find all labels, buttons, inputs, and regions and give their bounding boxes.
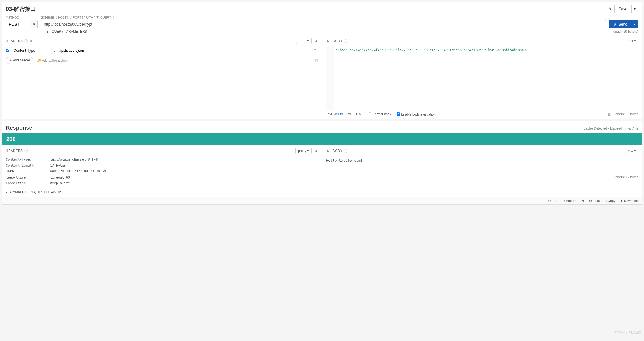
- add-authorization-link[interactable]: 🔑 Add authorization: [37, 59, 68, 62]
- body-title: BODY: [333, 39, 343, 43]
- query-parameters-toggle[interactable]: ▶ QUERY PARAMETERS: [47, 30, 87, 33]
- header-enabled-checkbox[interactable]: [6, 49, 9, 52]
- response-header-row: Keep-Alive:timeout=60: [6, 175, 318, 181]
- help-icon[interactable]: ?: [344, 149, 347, 153]
- body-content[interactable]: 5ab3ce1502c40c276074f400aee0be0f6279d6a8…: [334, 47, 638, 110]
- chevron-right-icon: ▶: [6, 191, 8, 194]
- send-button[interactable]: ✈ Send: [609, 20, 631, 28]
- body-length: length: 96 bytes: [615, 112, 638, 116]
- format-xml[interactable]: XML: [345, 112, 352, 116]
- format-text[interactable]: Text: [326, 112, 332, 116]
- resp-headers-mode-select[interactable]: pretty ▾: [295, 148, 311, 154]
- method-label: METHOD: [6, 16, 38, 19]
- response-header-row: Connection:keep-alive: [6, 180, 318, 187]
- scroll-bottom-button[interactable]: ⊙ Bottom: [562, 199, 576, 203]
- response-meta: Cache Detected - Elapsed Time: 7ms: [583, 127, 638, 130]
- request-title: 03-解密接口: [6, 5, 609, 13]
- response-title: Response: [6, 125, 32, 131]
- response-header-list: Content-Type:text/plain;charset=UTF-8Con…: [6, 157, 318, 187]
- request-card: 03-解密接口 ✎ Save ▾ METHOD ▾ SCHEME :// HOS…: [2, 2, 642, 119]
- method-select[interactable]: [6, 20, 31, 28]
- format-body-button[interactable]: ☰ Format body: [369, 112, 391, 116]
- line-number: 1: [326, 47, 334, 110]
- response-body-panel: ▶ BODY ? raw ▾ Hello Cxy965.com! length:…: [322, 145, 642, 197]
- resp-body-mode-select[interactable]: raw ▾: [625, 148, 638, 154]
- copy-button[interactable]: ⎘ Copy: [605, 199, 615, 203]
- url-label: SCHEME :// HOST [ ":" PORT ] [ PATH [ "?…: [41, 16, 606, 19]
- sort-icon[interactable]: ⇅: [30, 39, 32, 43]
- collapse-right-icon[interactable]: ▶: [326, 40, 331, 43]
- response-body-content: Hello Cxy965.com!: [326, 157, 638, 164]
- response-header-row: Content-Length:17 bytes: [6, 163, 318, 169]
- download-button[interactable]: ⬇ Download: [620, 199, 639, 203]
- help-icon[interactable]: ?: [24, 149, 28, 153]
- add-header-button[interactable]: ＋ Add header: [6, 57, 33, 64]
- headers-title: HEADERS: [6, 39, 23, 43]
- collapse-right-icon[interactable]: ▶: [326, 149, 331, 153]
- method-dropdown-icon[interactable]: ▾: [31, 20, 38, 28]
- resp-headers-title: HEADERS: [6, 149, 23, 153]
- send-button-group: ✈ Send ▾: [609, 20, 638, 28]
- edit-icon[interactable]: ✎: [609, 7, 612, 11]
- format-json[interactable]: JSON: [334, 112, 343, 116]
- header-value-input[interactable]: [57, 47, 310, 54]
- format-html[interactable]: HTML: [354, 112, 363, 116]
- url-length: length: 29 byte(s): [613, 30, 638, 33]
- request-body-panel: ▶ BODY ? Text ▾ 1 5ab3ce1502c40c276074f4…: [322, 35, 642, 119]
- resp-body-title: BODY: [333, 149, 343, 153]
- save-button[interactable]: Save: [614, 5, 631, 13]
- response-headers-panel: HEADERS ? pretty ▾ ◀ Content-Type:text/p…: [2, 145, 322, 197]
- method-column: METHOD ▾: [6, 16, 38, 28]
- send-dropdown[interactable]: ▾: [631, 20, 638, 28]
- enable-eval-checkbox[interactable]: Enable body evaluation: [397, 112, 436, 116]
- url-column: SCHEME :// HOST [ ":" PORT ] [ PATH [ "?…: [41, 16, 606, 28]
- response-footer: ⊙ Top ⊙ Bottom 🗗 2Request ⎘ Copy ⬇ Downl…: [2, 197, 642, 204]
- clear-headers-icon[interactable]: 🗑: [315, 58, 318, 62]
- body-mode-select[interactable]: Text ▾: [625, 38, 638, 44]
- header-row: : ✕: [6, 47, 318, 54]
- response-header-row: Date:Wed, 20 Jul 2022 08:23:30 GMT: [6, 169, 318, 175]
- help-icon[interactable]: ?: [24, 39, 28, 43]
- response-card: Response Cache Detected - Elapsed Time: …: [2, 121, 642, 205]
- response-header-row: Content-Type:text/plain;charset=UTF-8: [6, 157, 318, 163]
- trash-body-icon[interactable]: 🗑: [608, 112, 611, 116]
- header-name-input[interactable]: [11, 47, 52, 54]
- body-editor[interactable]: 1 5ab3ce1502c40c276074f400aee0be0f6279d6…: [326, 47, 638, 110]
- url-input[interactable]: [41, 20, 606, 28]
- request-headers-panel: HEADERS ? ⇅ Form ▾ ◀ : ✕ ＋ Add header 🔑 …: [2, 35, 322, 119]
- chevron-right-icon: ▶: [47, 30, 49, 33]
- remove-header-icon[interactable]: ✕: [312, 48, 318, 53]
- scroll-top-button[interactable]: ⊙ Top: [548, 199, 557, 203]
- save-dropdown[interactable]: ▾: [631, 5, 638, 13]
- headers-mode-select[interactable]: Form ▾: [296, 38, 311, 44]
- complete-request-headers-toggle[interactable]: ▶ COMPLETE REQUEST HEADERS: [6, 190, 318, 194]
- save-button-group: Save ▾: [614, 5, 638, 13]
- resp-body-length: length: 17 bytes: [326, 175, 638, 179]
- request-link[interactable]: 🗗 2Request: [581, 199, 600, 203]
- header-colon: :: [54, 48, 55, 53]
- collapse-left-icon[interactable]: ◀: [314, 149, 318, 153]
- send-icon: ✈: [613, 22, 617, 27]
- help-icon[interactable]: ?: [344, 39, 347, 43]
- collapse-left-icon[interactable]: ◀: [314, 40, 318, 43]
- status-code: 200: [2, 133, 642, 145]
